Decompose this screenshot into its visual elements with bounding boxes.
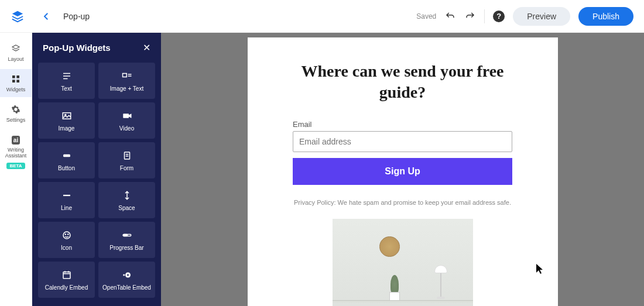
redo-icon[interactable] xyxy=(464,11,476,22)
progress-icon xyxy=(121,229,133,241)
line-icon xyxy=(61,190,73,201)
plant-decor xyxy=(388,275,401,301)
svg-rect-23 xyxy=(63,271,70,278)
widget-label: Form xyxy=(120,165,133,171)
ai-icon: ai xyxy=(11,135,21,145)
svg-point-18 xyxy=(63,232,70,239)
widget-label: Text xyxy=(61,85,71,92)
text-icon xyxy=(61,70,73,82)
widget-label: Icon xyxy=(61,245,72,251)
panel-title: Pop-Up Widgets xyxy=(43,43,111,53)
left-nav: Layout Widgets Settings ai Writing Assis… xyxy=(0,33,32,306)
email-input[interactable] xyxy=(293,131,512,152)
svg-point-29 xyxy=(123,274,125,276)
privacy-text: Privacy Policy: We hate spam and promise… xyxy=(294,199,511,206)
shelf-decor xyxy=(333,300,473,302)
nav-label: Settings xyxy=(6,117,26,123)
widgets-icon xyxy=(11,74,21,84)
canvas-area[interactable]: Where can we send your free guide? Email… xyxy=(161,33,644,306)
widget-label: Progress Bar xyxy=(109,245,143,251)
video-icon xyxy=(121,110,133,122)
undo-icon[interactable] xyxy=(444,11,456,22)
calendar-icon xyxy=(61,269,73,281)
svg-rect-2 xyxy=(12,80,15,82)
widget-label: Space xyxy=(118,205,135,211)
saved-status: Saved xyxy=(416,12,436,20)
space-icon xyxy=(121,190,133,201)
svg-rect-1 xyxy=(16,75,19,78)
svg-point-19 xyxy=(65,233,66,234)
widget-tile-form[interactable]: Form xyxy=(98,142,155,178)
widget-label: Calendly Embed xyxy=(45,284,88,291)
popup-image xyxy=(333,219,473,306)
form-icon xyxy=(121,150,133,161)
widget-label: Image xyxy=(59,125,75,132)
widget-tile-video[interactable]: Video xyxy=(98,102,155,139)
svg-point-20 xyxy=(67,233,68,234)
svg-rect-22 xyxy=(123,234,128,236)
smile-icon xyxy=(61,229,73,241)
widget-tile-line[interactable]: Line xyxy=(38,182,95,218)
help-icon[interactable]: ? xyxy=(493,11,505,22)
layers-icon xyxy=(11,43,21,54)
widget-tile-progress-bar[interactable]: Progress Bar xyxy=(98,222,155,258)
image-icon xyxy=(61,110,73,122)
widget-tile-image[interactable]: Image xyxy=(38,102,95,139)
widgets-panel: Pop-Up Widgets ✕ Text Image + Text Image… xyxy=(32,33,161,306)
svg-rect-12 xyxy=(123,114,129,118)
svg-rect-3 xyxy=(16,80,19,82)
widget-tile-opentable[interactable]: OpenTable Embed xyxy=(98,262,155,298)
nav-label: Writing Assistant xyxy=(0,147,32,159)
svg-point-28 xyxy=(127,274,129,276)
svg-rect-0 xyxy=(12,75,15,78)
lamp-decor xyxy=(432,265,450,300)
widget-tile-text[interactable]: Text xyxy=(38,63,95,99)
logo-icon xyxy=(11,9,25,23)
clock-decor xyxy=(379,236,400,257)
nav-item-writing-assistant[interactable]: ai Writing Assistant BETA xyxy=(0,130,32,174)
nav-label: Layout xyxy=(8,56,23,62)
widget-label: OpenTable Embed xyxy=(102,284,151,291)
popup-heading: Where can we send your free guide? xyxy=(277,61,529,104)
nav-label: Widgets xyxy=(6,87,26,92)
widget-tile-calendly[interactable]: Calendly Embed xyxy=(38,262,95,298)
widget-label: Line xyxy=(61,205,72,211)
close-icon[interactable]: ✕ xyxy=(143,42,150,53)
widget-tile-space[interactable]: Space xyxy=(98,182,155,218)
nav-item-settings[interactable]: Settings xyxy=(0,99,32,128)
nav-item-widgets[interactable]: Widgets xyxy=(0,69,32,97)
svg-rect-13 xyxy=(63,154,70,157)
nav-item-layout[interactable]: Layout xyxy=(0,39,32,67)
popup-preview: Where can we send your free guide? Email… xyxy=(248,37,558,306)
opentable-icon xyxy=(121,269,133,281)
button-icon xyxy=(61,150,73,161)
widget-tile-icon[interactable]: Icon xyxy=(38,222,95,258)
preview-button[interactable]: Preview xyxy=(513,7,570,26)
page-title: Pop-up xyxy=(63,12,90,21)
widget-tile-button[interactable]: Button xyxy=(38,142,95,178)
gear-icon xyxy=(11,104,21,115)
signup-button[interactable]: Sign Up xyxy=(293,158,512,185)
widget-label: Button xyxy=(58,165,75,171)
back-arrow-icon[interactable] xyxy=(41,11,52,22)
widget-tile-image-text[interactable]: Image + Text xyxy=(98,63,155,99)
publish-button[interactable]: Publish xyxy=(578,7,633,26)
top-bar: Pop-up Saved ? Preview Publish xyxy=(0,0,644,33)
divider xyxy=(484,9,485,23)
image-text-icon xyxy=(121,70,133,82)
email-label: Email xyxy=(293,120,512,129)
widget-label: Image + Text xyxy=(110,85,143,92)
svg-rect-7 xyxy=(122,73,126,77)
beta-badge: BETA xyxy=(6,163,25,169)
widget-label: Video xyxy=(119,125,134,132)
